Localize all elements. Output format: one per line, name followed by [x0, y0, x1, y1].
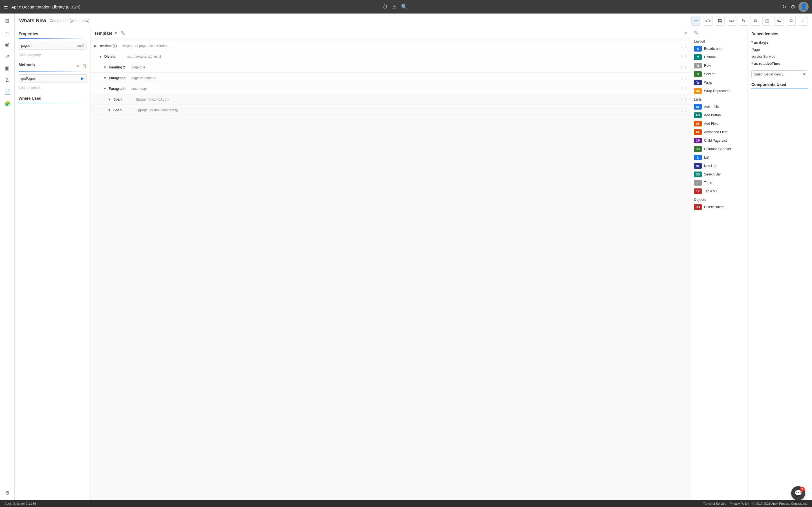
template-tree: ▶ Anchor (a) let page of pages; let i = …	[91, 38, 691, 500]
sidebar-icon-grid[interactable]: ⊞	[2, 16, 12, 26]
drag-handle-span-versioncomments[interactable]: ⋮⋮	[679, 108, 688, 112]
tree-item-paragraph-sec[interactable]: ▼ Paragraph secondary ⋮⋮	[91, 83, 691, 94]
layout-list: BBreadcrumbCColumnRRowSSectionWWrapWDWra…	[691, 45, 747, 95]
center-panel: Template ▼ 🔍 ✕ ▶ Anchor (a) let page of …	[91, 28, 691, 500]
sidebar-icon-settings[interactable]: ⚙	[2, 488, 12, 498]
history-icon[interactable]: ⏱	[383, 4, 388, 10]
template-header: Template ▼ 🔍 ✕	[91, 28, 691, 38]
sidebar-icon-component[interactable]: ▣	[2, 63, 12, 73]
tree-item-division[interactable]: ▼ Division mat-elevation-z1 result ⋮⋮	[91, 51, 691, 62]
image-button[interactable]: 🖼	[715, 16, 725, 25]
methods-copy-icon[interactable]: 📋	[82, 64, 87, 68]
sidebar-icon-puzzle[interactable]: 🧩	[2, 99, 12, 109]
badge-column: C	[694, 54, 702, 60]
add-property-placeholder[interactable]: Add a property...	[18, 51, 87, 59]
list-item[interactable]: BBreadcrumb	[691, 45, 747, 53]
left-panel: Properties pages any[] Add a property...…	[15, 28, 91, 500]
sidebar-icon-share[interactable]: ↗	[2, 51, 12, 61]
drag-handle-paragraph-desc[interactable]: ⋮⋮	[679, 76, 688, 80]
template-search-input[interactable]	[126, 31, 681, 35]
sidebar-icon-sigma[interactable]: Σ	[2, 75, 12, 85]
expand-icon-paragraph-desc[interactable]: ▼	[103, 76, 109, 80]
badge-columns-chooser: CC	[694, 146, 702, 152]
list-item[interactable]: SSection	[691, 70, 747, 78]
list-item[interactable]: NLNav List	[691, 162, 747, 170]
badge-label: Section	[704, 72, 715, 76]
expand-icon-span-versioncomments[interactable]: ▼	[108, 108, 113, 112]
lists-search-icon: 🔍	[694, 31, 698, 35]
badge-wrap: W	[694, 80, 702, 86]
lists-list: ALAction ListABAdd ButtonAFAdd FieldAFAd…	[691, 103, 747, 195]
list-item[interactable]: RRow	[691, 61, 747, 70]
search-icon[interactable]: 🔍	[401, 4, 407, 10]
template-chevron-icon[interactable]: ▼	[114, 31, 117, 35]
list-item[interactable]: DBDelete Button	[691, 203, 747, 211]
expand-icon-anchor[interactable]: ▶	[94, 44, 100, 48]
terms-link[interactable]: Terms of Service	[703, 502, 726, 505]
drag-handle-division[interactable]: ⋮⋮	[679, 54, 688, 59]
code2-button[interactable]: </>	[727, 16, 737, 25]
header-actions: ✏ </> 🖼 </> ↻ ⧉ ◫ 🏷 ⚙ ✓	[691, 16, 808, 25]
list-item[interactable]: ALAction List	[691, 103, 747, 111]
method-run-icon[interactable]: ▶	[81, 76, 84, 80]
add-icon[interactable]: ⊕	[791, 4, 795, 10]
expand-icon-heading2[interactable]: ▼	[103, 65, 109, 69]
detail-span-versioncomments: - {{page.versionComments}}	[136, 108, 679, 112]
badge-search-bar: SB	[694, 172, 702, 177]
refresh-button[interactable]: ↻	[739, 16, 748, 25]
refresh-icon[interactable]: ↻	[782, 4, 786, 10]
app-title: Apex Documentation Library (0.0.24)	[11, 4, 379, 9]
tree-item-span-howlongago[interactable]: ▼ Span {{page.howLongAgo}} ⋮⋮	[91, 94, 691, 105]
tag-button[interactable]: 🏷	[774, 16, 784, 25]
list-item[interactable]: TTable	[691, 179, 747, 187]
template-close-icon[interactable]: ✕	[684, 31, 688, 36]
copy-button[interactable]: ⧉	[751, 16, 760, 25]
list-item[interactable]: CCColumns Chooser	[691, 145, 747, 153]
settings-button[interactable]: ⚙	[786, 16, 796, 25]
list-item[interactable]: AFAdvanced Filter	[691, 128, 747, 136]
tree-item-heading2[interactable]: ▼ Heading 2 page.title ⋮⋮	[91, 62, 691, 73]
badge-label: Wrap	[704, 80, 712, 84]
list-item[interactable]: SBSearch Bar	[691, 170, 747, 179]
methods-header: Methods ⚙ 📋	[18, 62, 87, 69]
tree-item-anchor[interactable]: ▶ Anchor (a) let page of pages; let i = …	[91, 41, 691, 51]
methods-gear-icon[interactable]: ⚙	[77, 64, 80, 68]
expand-icon-paragraph-sec[interactable]: ▼	[103, 87, 109, 91]
footer-version: Apex Designer 2.1.156	[4, 502, 36, 505]
list-item[interactable]: CColumn	[691, 53, 747, 61]
badge-table-v1: TV	[694, 188, 702, 194]
sidebar-icon-doc[interactable]: 📄	[2, 87, 12, 97]
nav-icons: ⏱ ⚠ 🔍	[383, 4, 407, 10]
list-item[interactable]: LList	[691, 153, 747, 162]
drag-handle-anchor[interactable]: ⋮⋮	[679, 44, 688, 48]
expand-icon-division[interactable]: ▼	[99, 55, 104, 59]
tree-item-span-versioncomments[interactable]: ▼ Span - {{page.versionComments}} ⋮⋮	[91, 105, 691, 115]
lists-search-input[interactable]	[700, 31, 747, 35]
tree-item-paragraph-desc[interactable]: ▼ Paragraph page.description ⋮⋮	[91, 73, 691, 83]
list-item[interactable]: CPChild Page List	[691, 136, 747, 145]
dependency-select[interactable]: Select Dependency	[751, 70, 808, 78]
list-item[interactable]: TVTable V1	[691, 187, 747, 195]
privacy-link[interactable]: Privacy Policy	[730, 502, 749, 505]
check-button[interactable]: ✓	[798, 16, 808, 25]
list-item[interactable]: ABAdd Button	[691, 111, 747, 119]
warning-icon[interactable]: ⚠	[392, 4, 397, 10]
code-button[interactable]: </>	[703, 16, 713, 25]
edit-button[interactable]: ✏	[691, 16, 701, 25]
list-item[interactable]: WDWrap Deprecated	[691, 87, 747, 95]
user-avatar[interactable]: 👤	[799, 2, 809, 12]
drag-handle-paragraph-sec[interactable]: ⋮⋮	[679, 87, 688, 91]
layers-button[interactable]: ◫	[762, 16, 772, 25]
add-method-placeholder[interactable]: Add a method...	[18, 84, 87, 92]
sidebar-icon-dashboard[interactable]: ◉	[2, 40, 12, 50]
drag-handle-heading2[interactable]: ⋮⋮	[679, 65, 688, 69]
expand-icon-span-howlongago[interactable]: ▼	[108, 98, 113, 101]
badge-delete-button: DB	[694, 204, 702, 210]
drag-handle-span-howlongago[interactable]: ⋮⋮	[679, 97, 688, 102]
badge-row: R	[694, 63, 702, 68]
list-item[interactable]: WWrap	[691, 78, 747, 87]
menu-icon[interactable]: ☰	[3, 4, 8, 10]
sidebar-icon-home[interactable]: ⌂	[2, 27, 12, 38]
list-item[interactable]: AFAdd Field	[691, 119, 747, 128]
chat-bubble[interactable]: 💬 7	[791, 486, 805, 500]
